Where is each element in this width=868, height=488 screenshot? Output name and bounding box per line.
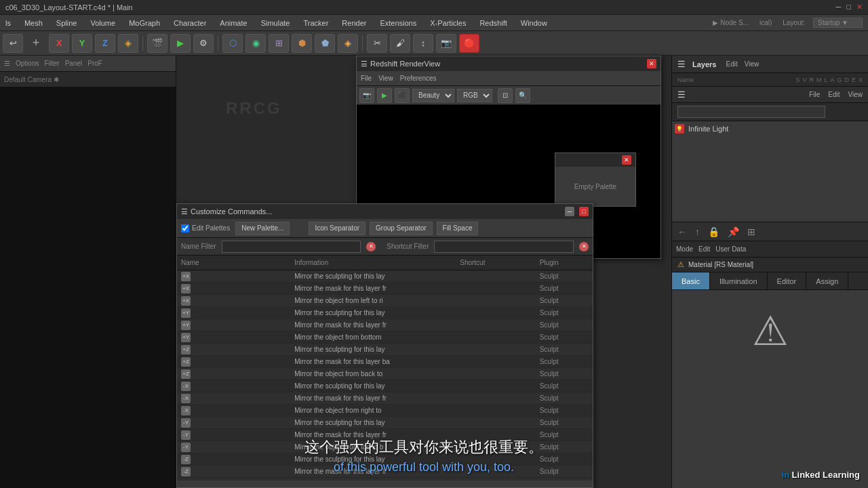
table-row[interactable]: +X Mirror the sculpting for this lay Scu… (177, 270, 593, 283)
obj-menu-view[interactable]: View (848, 91, 863, 98)
close-btn[interactable]: ✕ (856, 3, 863, 12)
edit-palettes-checkbox[interactable] (181, 224, 189, 232)
table-row[interactable]: +X Mirror the object from left to ri Scu… (177, 295, 593, 307)
table-row[interactable]: +X Mirror the mask for this layer fr Scu… (177, 283, 593, 295)
menu-animate[interactable]: Animate (217, 18, 250, 28)
customize-titlebar[interactable]: ☰ Customize Commands... ─ □ (177, 204, 593, 219)
menu-xparticles[interactable]: X-Particles (427, 18, 469, 28)
rv-beauty-select[interactable]: Beauty (412, 89, 454, 102)
new-palette-btn[interactable]: New Palette... (235, 222, 290, 235)
obj-menu-edit[interactable]: Edit (828, 91, 840, 98)
render-view-close[interactable]: ✕ (647, 59, 656, 68)
toolbar-add[interactable]: + (26, 34, 46, 53)
mat-up-btn[interactable]: ↑ (694, 225, 701, 239)
mat-tab-basic[interactable]: Basic (672, 272, 710, 289)
maximize-btn[interactable]: □ (846, 3, 851, 12)
table-row[interactable]: +Z Mirror the object from back to Sculpt (177, 368, 593, 380)
table-row[interactable]: +Y Mirror the mask for this layer fr Scu… (177, 319, 593, 331)
mat-tab-assign[interactable]: Assign (806, 272, 848, 289)
mat-node-btn[interactable]: ⊞ (746, 225, 757, 239)
toolbar-undo[interactable]: ↩ (3, 34, 23, 53)
toolbar-object[interactable]: ◈ (118, 34, 138, 53)
customize-close[interactable]: □ (579, 207, 589, 216)
name-filter-input[interactable] (222, 241, 361, 253)
group-sep-btn[interactable]: Group Separator (370, 222, 433, 235)
customize-min[interactable]: ─ (565, 207, 574, 216)
menu-character[interactable]: Character (171, 18, 209, 28)
rv-menu-prefs[interactable]: Preferences (400, 75, 437, 82)
toolbar-nurbs[interactable]: ⬢ (292, 34, 312, 53)
toolbar-mograph[interactable]: ◈ (338, 34, 358, 53)
minimize-btn[interactable]: ─ (836, 3, 842, 12)
rv-rgb-select[interactable]: RGB (457, 89, 492, 102)
menu-window[interactable]: Window (518, 18, 550, 28)
rv-btn-camera[interactable]: 📷 (359, 88, 374, 103)
table-row[interactable]: +Z Mirror the mask for this layer ba Scu… (177, 356, 593, 368)
mode-userdata[interactable]: User Data (715, 245, 746, 253)
menu-spline[interactable]: Spline (54, 18, 80, 28)
toolbar-active-highlight[interactable]: 🔴 (459, 34, 479, 53)
mode-menu[interactable]: Mode (676, 245, 693, 253)
menu-mograph[interactable]: MoGraph (126, 18, 163, 28)
menu-simulate[interactable]: Simulate (258, 18, 293, 28)
rv-btn-play[interactable]: ▶ (377, 88, 392, 103)
rv-menu-view[interactable]: View (378, 75, 393, 82)
viewport-menu-icon[interactable]: ☰ (4, 60, 10, 67)
toolbar-cube[interactable]: ⬡ (222, 34, 243, 53)
menu-mesh[interactable]: Mesh (22, 18, 45, 28)
icon-sep-btn[interactable]: Icon Separator (309, 222, 366, 235)
left-viewport[interactable]: ☰ Options Filter Panel ProF Default Came… (0, 56, 176, 488)
layers-menu-icon[interactable]: ☰ (677, 59, 686, 69)
menu-icon-rv[interactable]: ☰ (361, 60, 368, 68)
obj-menu-file[interactable]: File (809, 91, 820, 98)
edit-palettes-check[interactable]: Edit Palettes (181, 224, 230, 232)
menu-redshift[interactable]: Redshift (477, 18, 509, 28)
shortcut-filter-clear[interactable]: ✕ (579, 242, 589, 251)
toolbar-cam[interactable]: 🎬 (147, 34, 167, 53)
table-row[interactable]: -Y Mirror the sculpting for this lay Scu… (177, 417, 593, 429)
menu-ls[interactable]: ls (3, 18, 14, 28)
fill-space-btn[interactable]: Fill Space (437, 222, 479, 235)
table-row[interactable]: +Z Mirror the sculpting for this lay Scu… (177, 344, 593, 356)
toolbar-play[interactable]: ▶ (170, 34, 191, 53)
mat-pin-btn[interactable]: 📌 (726, 225, 741, 239)
layout-dropdown[interactable]: Startup ▼ (813, 18, 863, 28)
menu-tracker[interactable]: Tracker (300, 18, 331, 28)
toolbar-knife[interactable]: ✂ (367, 34, 387, 53)
rv-btn-fit[interactable]: ⊡ (498, 88, 513, 103)
palette-close[interactable]: ✕ (622, 155, 631, 165)
toolbar-z[interactable]: Z (95, 34, 115, 53)
objects-menu-icon[interactable]: ☰ (677, 89, 686, 100)
menu-icon-cust[interactable]: ☰ (181, 207, 188, 216)
toolbar-sphere[interactable]: ◉ (245, 34, 266, 53)
toolbar-x[interactable]: X (49, 34, 69, 53)
toolbar-paint[interactable]: 🖌 (390, 34, 410, 53)
menu-render[interactable]: Render (339, 18, 369, 28)
toolbar-y[interactable]: Y (72, 34, 92, 53)
obj-search-input[interactable] (677, 106, 825, 118)
table-row[interactable]: +Y Mirror the sculpting for this lay Scu… (177, 307, 593, 319)
render-view-titlebar[interactable]: ☰ Redshift RenderView ✕ (357, 56, 660, 71)
toolbar-move[interactable]: ↕ (413, 34, 433, 53)
palette-titlebar[interactable]: ✕ (555, 153, 635, 167)
viewport-panel[interactable]: Panel (65, 60, 83, 67)
node-selector[interactable]: ▶ Node S... (710, 18, 751, 28)
mat-lock-btn[interactable]: 🔒 (707, 225, 721, 239)
table-row[interactable]: -X Mirror the object from right to Sculp… (177, 405, 593, 417)
layers-edit[interactable]: Edit (726, 60, 737, 68)
menu-extensions[interactable]: Extensions (377, 18, 419, 28)
table-row[interactable]: +Y Mirror the object from bottom Sculpt (177, 331, 593, 344)
rv-menu-file[interactable]: File (361, 75, 372, 82)
name-filter-clear[interactable]: ✕ (366, 242, 376, 251)
toolbar-grid[interactable]: ⊞ (269, 34, 289, 53)
toolbar-deform[interactable]: ⬟ (315, 34, 335, 53)
viewport-options[interactable]: Options (16, 60, 39, 67)
infinite-light-item[interactable]: 💡 Infinite Light (672, 121, 868, 136)
mat-tab-illumination[interactable]: Illumination (710, 272, 768, 289)
mat-tab-editor[interactable]: Editor (768, 272, 807, 289)
mat-back-btn[interactable]: ← (676, 225, 688, 239)
viewport-prof[interactable]: ProF (87, 60, 102, 67)
menu-volume[interactable]: Volume (87, 18, 118, 28)
viewport-filter[interactable]: Filter (44, 60, 59, 67)
toolbar-settings[interactable]: ⚙ (193, 34, 214, 53)
